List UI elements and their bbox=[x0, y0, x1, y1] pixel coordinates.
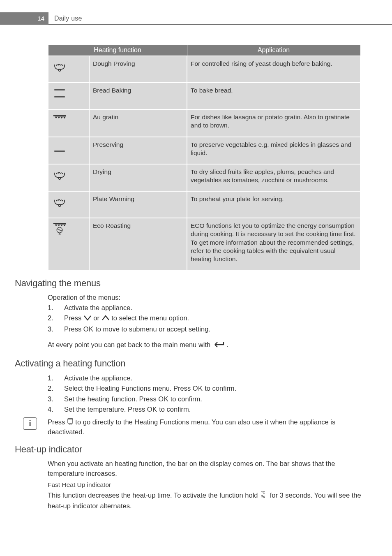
heatup-p2: This function decreases the heat-up time… bbox=[48, 490, 362, 511]
heatup-p1: When you activate an heating function, t… bbox=[48, 459, 362, 479]
text-fragment: to go directly to the Heating Functions … bbox=[48, 418, 335, 436]
page-number: 14 bbox=[37, 15, 44, 22]
oven-menu-icon bbox=[67, 418, 74, 427]
eco-roasting-icon bbox=[48, 218, 89, 270]
text-fragment: to confirm. bbox=[203, 385, 237, 392]
table-row: Plate Warming To preheat your plate for … bbox=[48, 191, 360, 218]
text-fragment: Set the temperature. Press bbox=[64, 405, 147, 413]
step-text: Select the Heating Functions menu. Press… bbox=[64, 383, 236, 394]
bread-baking-icon bbox=[48, 83, 89, 109]
drying-icon bbox=[48, 164, 89, 191]
function-application: To bake bread. bbox=[187, 83, 360, 109]
activating-steps: 1.Activate the appliance. 2. Select the … bbox=[48, 373, 362, 415]
table-row: Eco Roasting ECO functions let you to op… bbox=[48, 218, 360, 270]
text-fragment: to move to submenu or accept setting. bbox=[94, 325, 210, 333]
svg-point-6 bbox=[58, 204, 60, 206]
text-fragment: This function decreases the heat-up time… bbox=[48, 491, 260, 499]
page-number-box: 14 bbox=[0, 12, 48, 25]
svg-point-9 bbox=[59, 234, 60, 235]
text-fragment: Select the Heating Functions menu. Press bbox=[64, 385, 193, 392]
step-text: Set the heating function. Press OK to co… bbox=[64, 394, 202, 405]
info-icon: i bbox=[23, 417, 37, 430]
function-name: Au gratin bbox=[89, 109, 187, 137]
ok-label: OK bbox=[83, 325, 94, 333]
text-fragment: . bbox=[226, 341, 228, 348]
up-chevron-icon bbox=[101, 313, 110, 324]
function-application: For controlled rising of yeast dough bef… bbox=[187, 56, 360, 83]
function-name: Drying bbox=[89, 164, 187, 191]
table-row: Bread Baking To bake bread. bbox=[48, 83, 360, 109]
function-application: To dry sliced fruits like apples, plums,… bbox=[187, 164, 360, 191]
navigating-steps: 1.Activate the appliance. 2. Press or to… bbox=[48, 303, 362, 335]
text-fragment: Press bbox=[64, 325, 83, 333]
header-section-title: Daily use bbox=[48, 15, 82, 22]
ok-label: OK bbox=[147, 405, 157, 413]
list-item: 1.Activate the appliance. bbox=[48, 373, 362, 384]
heatup-heading: Heat-up indicator bbox=[15, 444, 362, 455]
back-arrow-icon bbox=[212, 341, 225, 351]
table-row: Au gratin For dishes like lasagna or pot… bbox=[48, 109, 360, 137]
text-fragment: to confirm. bbox=[157, 405, 191, 413]
list-item: 3. Press OK to move to submenu or accept… bbox=[48, 324, 362, 335]
info-note: i Press to go directly to the Heating Fu… bbox=[15, 417, 362, 437]
page-header: 14 Daily use bbox=[0, 12, 392, 25]
navigating-intro: Operation of the menus: bbox=[48, 293, 362, 303]
table-row: Preserving To preserve vegetables e.g. m… bbox=[48, 137, 360, 164]
text-fragment: Set the heating function. Press bbox=[64, 395, 158, 403]
step-text: Set the temperature. Press OK to confirm… bbox=[64, 404, 191, 415]
function-name: Eco Roasting bbox=[89, 218, 187, 270]
text-fragment: Press bbox=[48, 418, 67, 426]
text-fragment: At every point you can get back to the m… bbox=[48, 341, 212, 348]
function-application: ECO functions let you to optimize the en… bbox=[187, 218, 360, 270]
step-text: Activate the appliance. bbox=[64, 373, 132, 384]
function-name: Dough Proving bbox=[89, 56, 187, 83]
svg-rect-10 bbox=[68, 419, 73, 423]
svg-rect-7 bbox=[53, 223, 66, 225]
ok-label: OK bbox=[158, 395, 168, 403]
table-row: Dough Proving For controlled rising of y… bbox=[48, 56, 360, 83]
preserving-icon bbox=[48, 137, 89, 164]
svg-rect-3 bbox=[53, 115, 66, 116]
down-chevron-icon bbox=[83, 313, 92, 324]
table-row: Drying To dry sliced fruits like apples,… bbox=[48, 164, 360, 191]
text-fragment: to confirm. bbox=[168, 395, 202, 403]
svg-text:°C: °C bbox=[261, 491, 265, 494]
text-fragment: Press bbox=[64, 314, 83, 322]
heating-functions-table: Heating function Application Dough Provi… bbox=[48, 44, 361, 271]
au-gratin-icon bbox=[48, 109, 89, 137]
heatup-sub: Fast Heat Up indicator bbox=[48, 481, 362, 489]
info-text: Press to go directly to the Heating Func… bbox=[48, 417, 362, 437]
step-text: Press or to select the menu option. bbox=[64, 313, 189, 324]
page-content: Heating function Application Dough Provi… bbox=[15, 44, 362, 511]
navigating-heading: Navigating the menus bbox=[15, 278, 362, 289]
list-item: 2. Select the Heating Functions menu. Pr… bbox=[48, 383, 362, 394]
function-name: Preserving bbox=[89, 137, 187, 164]
dough-proving-icon bbox=[48, 56, 89, 83]
function-name: Bread Baking bbox=[89, 83, 187, 109]
table-header-application: Application bbox=[187, 45, 360, 56]
function-application: For dishes like lasagna or potato gratin… bbox=[187, 109, 360, 137]
svg-point-0 bbox=[58, 69, 60, 71]
list-item: 1.Activate the appliance. bbox=[48, 303, 362, 313]
step-text: Press OK to move to submenu or accept se… bbox=[64, 324, 210, 335]
function-application: To preserve vegetables e.g. mixed pickle… bbox=[187, 137, 360, 164]
temperature-icon: °C bbox=[260, 490, 268, 501]
function-application: To preheat your plate for serving. bbox=[187, 191, 360, 218]
svg-point-5 bbox=[58, 177, 60, 179]
text-fragment: to select the menu option. bbox=[111, 314, 189, 322]
step-text: Activate the appliance. bbox=[64, 303, 132, 313]
ok-label: OK bbox=[193, 385, 203, 392]
list-item: 3. Set the heating function. Press OK to… bbox=[48, 394, 362, 405]
list-item: 4. Set the temperature. Press OK to conf… bbox=[48, 404, 362, 415]
list-item: 2. Press or to select the menu option. bbox=[48, 313, 362, 324]
table-header-function: Heating function bbox=[48, 45, 187, 56]
function-name: Plate Warming bbox=[89, 191, 187, 218]
plate-warming-icon bbox=[48, 191, 89, 218]
navigating-note: At every point you can get back to the m… bbox=[48, 340, 362, 350]
text-fragment: or bbox=[93, 314, 101, 322]
activating-heading: Activating a heating function bbox=[15, 358, 362, 369]
